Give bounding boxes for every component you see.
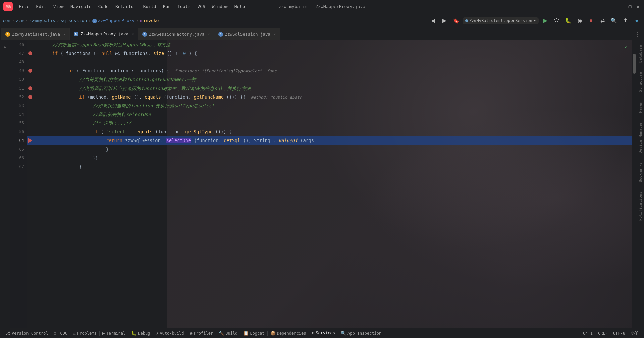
right-tab-notifications[interactable]: Notifications xyxy=(638,190,643,222)
breadcrumb-zzw[interactable]: zzw xyxy=(16,18,23,23)
right-tab-structure[interactable]: Structure xyxy=(638,71,643,94)
right-tab-bookmarks[interactable]: Bookmarks xyxy=(638,161,643,184)
dependencies-label: Dependencies xyxy=(277,331,306,336)
breakpoint-49 xyxy=(27,66,34,75)
terminal-icon: ▶ xyxy=(102,331,105,336)
logcat-icon: 📋 xyxy=(243,331,249,336)
status-user[interactable]: 小丫 xyxy=(628,328,641,338)
breakpoint-52 xyxy=(27,84,34,93)
right-tab-maven[interactable]: Maven xyxy=(638,100,643,114)
problems-label: Problems xyxy=(77,331,97,336)
line-numbers-column: 46 47 48 49 50 51 52 53 54 55 56 64 65 6… xyxy=(10,40,27,328)
debug-button[interactable]: 🐛 xyxy=(564,16,573,25)
selectone-highlight: selectOne xyxy=(166,138,191,143)
close-button[interactable]: ✕ xyxy=(635,4,641,9)
tab-sql-session[interactable]: C ZzwSqlSession.java ✕ xyxy=(214,28,280,40)
breadcrumb-method[interactable]: minvoke xyxy=(140,18,159,23)
code-line-66: }} xyxy=(27,154,637,162)
line-num-65: 65 xyxy=(19,145,24,154)
code-line-51: //说明我们可以从当前遍历的function对象中，取出相应的信息sql，并执行… xyxy=(27,84,637,93)
status-position[interactable]: 64:1 xyxy=(580,328,595,338)
stop-button[interactable]: ■ xyxy=(586,16,596,25)
minimize-button[interactable]: — xyxy=(619,4,625,9)
profiler-button[interactable]: ◉ xyxy=(575,16,584,25)
nav-back-button[interactable]: ◀ xyxy=(428,16,438,25)
status-debug[interactable]: 🐛 Debug xyxy=(128,328,153,338)
translate-button[interactable]: ⇄ xyxy=(598,16,607,25)
tab-icon-sql-session: C xyxy=(218,32,223,37)
breadcrumb-class[interactable]: CZzwMapperProxy xyxy=(92,18,135,23)
dependencies-icon: 📦 xyxy=(270,331,276,336)
nav-bookmark-button[interactable]: 🔖 xyxy=(451,16,461,25)
menu-help[interactable]: Help xyxy=(232,3,248,10)
status-dependencies[interactable]: 📦 Dependencies xyxy=(268,328,309,338)
code-editor[interactable]: 46 47 48 49 50 51 52 53 54 55 56 64 65 6… xyxy=(10,40,637,328)
tab-session-factory[interactable]: C ZzwSessionFactory.java ✕ xyxy=(138,28,214,40)
if-method-hint: method: "public abstr xyxy=(251,95,302,100)
code-line-56: if ( "select" . equals (function. getSql… xyxy=(27,127,637,136)
breadcrumb-com[interactable]: com xyxy=(3,18,10,23)
menu-view[interactable]: View xyxy=(51,3,66,10)
exec-arrow-64 xyxy=(27,136,34,145)
editor-scrollbar[interactable] xyxy=(632,40,637,328)
search-everywhere-button[interactable]: 🔍 xyxy=(609,16,619,25)
nav-forward-button[interactable]: ▶ xyxy=(440,16,449,25)
status-terminal[interactable]: ▶ Terminal xyxy=(100,328,128,338)
tab-close-mapper-proxy[interactable]: ✕ xyxy=(132,32,134,36)
status-encoding[interactable]: UTF-8 xyxy=(610,328,628,338)
status-version-control[interactable]: ⎇ Version Control xyxy=(3,328,51,338)
tab-label-mapper-proxy: ZzwMapperProxy.java xyxy=(80,31,128,36)
coverage-button[interactable]: 🛡 xyxy=(552,16,561,25)
breakpoint-55 xyxy=(27,93,34,101)
menu-file[interactable]: File xyxy=(16,3,32,10)
right-tab-device-manager[interactable]: Device Manager xyxy=(638,121,643,155)
menu-window[interactable]: Window xyxy=(209,3,230,10)
menu-run[interactable]: Run xyxy=(160,3,173,10)
plugin-button[interactable]: ● xyxy=(632,16,641,25)
breadcrumb-zzwmybatis[interactable]: zzwmybatis xyxy=(29,18,55,23)
code-line-64: return zzwSqlSession. selectOne (functio… xyxy=(27,136,637,145)
bp-dot-49 xyxy=(28,69,32,73)
status-line-ending[interactable]: CRLF xyxy=(595,328,610,338)
app-inspection-label: App Inspection xyxy=(347,331,381,336)
exec-arrow xyxy=(28,138,32,143)
status-build[interactable]: 🔨 Build xyxy=(216,328,240,338)
project-icon[interactable]: P xyxy=(1,43,9,51)
tabs-more-button[interactable]: ⋮ xyxy=(631,31,644,38)
menu-tools[interactable]: Tools xyxy=(175,3,193,10)
line-num-47: 47 xyxy=(19,49,24,58)
status-todo[interactable]: ☑ TODO xyxy=(51,328,70,338)
window-title: zzw-mybatis – ZzwMapperProxy.java xyxy=(279,4,365,9)
line-num-46: 46 xyxy=(19,40,24,49)
menu-edit[interactable]: Edit xyxy=(33,3,49,10)
menu-build[interactable]: Build xyxy=(141,3,159,10)
menu-navigate[interactable]: Navigate xyxy=(68,3,94,10)
tab-close-mybatis-test[interactable]: ✕ xyxy=(63,32,65,36)
menu-vcs[interactable]: VCS xyxy=(195,3,208,10)
code-lines: //判断当前mapperBean解析对应MapperXML后，有方法 if ( … xyxy=(27,40,637,328)
status-logcat[interactable]: 📋 Logcat xyxy=(240,328,267,338)
tab-mybatis-test[interactable]: C ZzwMyBatisTest.java ✕ xyxy=(1,28,70,40)
run-config-selector[interactable]: ZzwMyBatisTest.openSession ▾ xyxy=(463,17,539,24)
scrollbar-thumb[interactable] xyxy=(633,54,636,74)
menu-refactor[interactable]: Refactor xyxy=(113,3,139,10)
breakpoint-47 xyxy=(27,49,34,58)
main-area: P 46 47 48 49 50 51 52 53 54 55 xyxy=(0,40,644,328)
status-autobuild[interactable]: ⚡ Auto-build xyxy=(153,328,186,338)
menu-code[interactable]: Code xyxy=(96,3,111,10)
status-app-inspection[interactable]: 🔍 App Inspection xyxy=(338,328,384,338)
editor-view: 46 47 48 49 50 51 52 53 54 55 56 64 65 6… xyxy=(10,40,637,328)
maximize-button[interactable]: ❐ xyxy=(627,4,633,9)
status-problems[interactable]: ⚠ Problems xyxy=(70,328,99,338)
update-button[interactable]: ⬆ xyxy=(621,16,630,25)
right-tab-database[interactable]: Database xyxy=(638,44,643,64)
tab-close-session-factory[interactable]: ✕ xyxy=(208,32,210,36)
tab-mapper-proxy[interactable]: C ZzwMapperProxy.java ✕ xyxy=(70,28,138,40)
tab-close-sql-session[interactable]: ✕ xyxy=(274,32,276,36)
breadcrumb-sqlsession[interactable]: sqlsession xyxy=(61,18,87,23)
status-services[interactable]: ⚙ Services xyxy=(309,328,338,338)
run-button[interactable]: ▶ xyxy=(541,16,550,25)
autobuild-label: Auto-build xyxy=(160,331,184,336)
todo-icon: ☑ xyxy=(54,331,56,336)
status-profiler[interactable]: ◉ Profiler xyxy=(187,328,216,338)
